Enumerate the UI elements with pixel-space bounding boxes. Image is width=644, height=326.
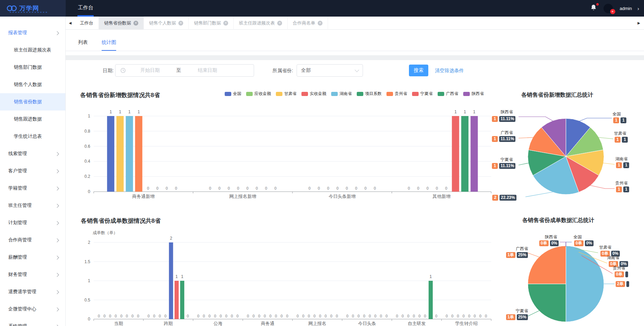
- pie-label-name: 宁夏省: [501, 157, 513, 163]
- sidebar-item-15[interactable]: 退费退学管理: [0, 283, 65, 300]
- clear-filters-link[interactable]: 清空筛选条件: [435, 68, 464, 74]
- svg-text:0: 0: [374, 314, 376, 318]
- svg-text:0: 0: [319, 314, 321, 318]
- sidebar-item-label: 销售省份数据: [14, 99, 42, 104]
- pie-slice-广西省[interactable]: [528, 246, 566, 284]
- subtab-list[interactable]: 列表: [78, 35, 88, 51]
- legend-item-5[interactable]: 项目系数: [357, 91, 382, 97]
- pie-label-badges: 0单: [615, 271, 628, 277]
- tab-close-icon[interactable]: ×: [223, 21, 228, 26]
- tab-close-icon[interactable]: ×: [277, 21, 282, 26]
- search-button[interactable]: 搜索: [409, 65, 428, 76]
- legend-item-3[interactable]: 实收金额: [301, 91, 326, 97]
- svg-text:0: 0: [336, 314, 338, 318]
- sidebar-item-7[interactable]: 线索管理: [0, 145, 65, 162]
- pie-label-name: 广西省: [501, 130, 513, 136]
- tabs-scroll-right-icon[interactable]: ▶: [634, 21, 643, 25]
- sidebar-item-0[interactable]: 报表管理: [0, 24, 65, 41]
- sidebar-item-6[interactable]: 学生统计总表: [0, 128, 65, 145]
- tab-5[interactable]: 合作商名单×: [288, 17, 328, 30]
- date-filter-label: 日期:: [103, 64, 114, 77]
- avatar[interactable]: +: [604, 4, 613, 13]
- subtab-statistics[interactable]: 统计图: [102, 35, 116, 51]
- sidebar-item-17[interactable]: 系统管理: [0, 318, 65, 326]
- value-badge: 1: [613, 117, 619, 123]
- tab-2[interactable]: 销售个人数据×: [144, 17, 189, 30]
- pie-label-name: 湖南省: [607, 255, 619, 261]
- sidebar-item-8[interactable]: 客户管理: [0, 162, 65, 180]
- logo[interactable]: 万学网: [0, 0, 66, 17]
- tab-close-icon[interactable]: ×: [178, 21, 183, 26]
- tab-4[interactable]: 班主任跟进频次表×: [234, 17, 288, 30]
- legend-item-9[interactable]: 陕西省: [463, 91, 484, 97]
- legend-item-1[interactable]: 应收金额: [246, 91, 271, 97]
- legend-swatch: [386, 92, 393, 96]
- username[interactable]: admin: [620, 6, 632, 11]
- nav-workbench[interactable]: 工作台: [77, 0, 94, 17]
- svg-text:0: 0: [355, 186, 357, 190]
- pie-chart-deal-summary: 全国0单0%甘肃省0单0%湖南省0单0%贵州省0单2单宁夏省1单25%广西省1单…: [494, 231, 644, 326]
- legend-item-0[interactable]: 全国: [225, 91, 241, 97]
- value-badge: 1: [616, 186, 622, 192]
- pie-chart-new-summary: 全国11甘肃省11湖南省11贵州省11222.23%宁夏省111.11%广西省1…: [491, 104, 644, 207]
- svg-text:0: 0: [264, 314, 266, 318]
- sidebar-item-10[interactable]: 班主任管理: [0, 197, 65, 214]
- tab-0[interactable]: 工作台: [75, 17, 99, 30]
- sidebar-item-4[interactable]: 销售省份数据: [0, 93, 65, 111]
- pie-label-name: 湖南省: [615, 156, 628, 162]
- pie-label-name: 宁夏省: [516, 308, 528, 314]
- tab-3[interactable]: 销售部门数据×: [189, 17, 234, 30]
- sidebar-item-label: 系统管理: [8, 324, 27, 326]
- tab-close-icon[interactable]: ×: [133, 21, 138, 26]
- value-badge: 1单: [506, 314, 515, 320]
- sidebar-item-2[interactable]: 销售部门数据: [0, 59, 65, 76]
- notification-bell-icon[interactable]: [590, 4, 599, 13]
- sidebar-item-13[interactable]: 薪酬管理: [0, 249, 65, 266]
- legend-item-6[interactable]: 贵州省: [386, 91, 407, 97]
- svg-text:其他新增: 其他新增: [432, 194, 450, 199]
- sidebar-item-3[interactable]: 销售个人数据: [0, 76, 65, 93]
- pie-chart-2-title: 各销售省份成单数据汇总统计: [522, 217, 594, 224]
- sidebar-item-label: 财务管理: [8, 272, 27, 277]
- tabs-scroll-left-icon[interactable]: ◀: [66, 21, 75, 25]
- svg-text:1: 1: [454, 109, 457, 114]
- sidebar-item-5[interactable]: 销售跟进数据: [0, 111, 65, 128]
- sidebar-item-label: 计划管理: [8, 220, 27, 225]
- sidebar-item-16[interactable]: 企微管理中心: [0, 300, 65, 318]
- svg-text:1: 1: [128, 109, 131, 114]
- sidebar-item-label: 退费退学管理: [8, 289, 36, 294]
- bar-chart-1-title: 各销售省份新增数据情况共8省: [80, 91, 160, 99]
- svg-text:0.2: 0.2: [84, 174, 90, 179]
- svg-text:0: 0: [314, 314, 316, 318]
- sidebar-item-label: 报表管理: [8, 30, 27, 35]
- pie-slice-unnamed[interactable]: [566, 246, 604, 322]
- svg-text:0.8: 0.8: [84, 129, 90, 134]
- date-range-input[interactable]: 开始日期 至 结束日期: [115, 64, 254, 77]
- svg-text:0: 0: [246, 186, 249, 190]
- svg-text:1.5: 1.5: [84, 259, 90, 264]
- tab-label: 合作商名单: [293, 20, 315, 26]
- percent-badge: 11.11%: [499, 163, 515, 169]
- svg-text:0: 0: [363, 314, 365, 318]
- sidebar-item-14[interactable]: 财务管理: [0, 266, 65, 283]
- svg-text:2: 2: [170, 236, 172, 241]
- legend-item-8[interactable]: 广西省: [438, 91, 458, 97]
- start-date-placeholder[interactable]: 开始日期: [140, 67, 160, 74]
- sidebar-item-1[interactable]: 班主任跟进频次表: [0, 41, 65, 59]
- sidebar-item-11[interactable]: 计划管理: [0, 214, 65, 231]
- legend-item-7[interactable]: 宁夏省: [412, 91, 433, 97]
- legend-item-4[interactable]: 湖南省: [331, 91, 352, 97]
- svg-text:0: 0: [131, 314, 133, 318]
- pie-slice-宁夏省[interactable]: [528, 284, 566, 322]
- svg-text:自主研发: 自主研发: [408, 321, 426, 326]
- end-date-placeholder[interactable]: 结束日期: [198, 67, 217, 74]
- province-select[interactable]: 全部: [297, 64, 363, 77]
- svg-text:0: 0: [352, 314, 354, 318]
- sidebar-item-9[interactable]: 学籍管理: [0, 180, 65, 197]
- user-menu-chevron-icon[interactable]: ›: [637, 6, 639, 11]
- sidebar-item-label: 学生统计总表: [14, 134, 42, 139]
- legend-item-2[interactable]: 甘肃省: [276, 91, 297, 97]
- tab-close-icon[interactable]: ×: [318, 21, 323, 26]
- sidebar-item-12[interactable]: 合作商管理: [0, 231, 65, 249]
- tab-1[interactable]: 销售省份数据×: [99, 17, 144, 30]
